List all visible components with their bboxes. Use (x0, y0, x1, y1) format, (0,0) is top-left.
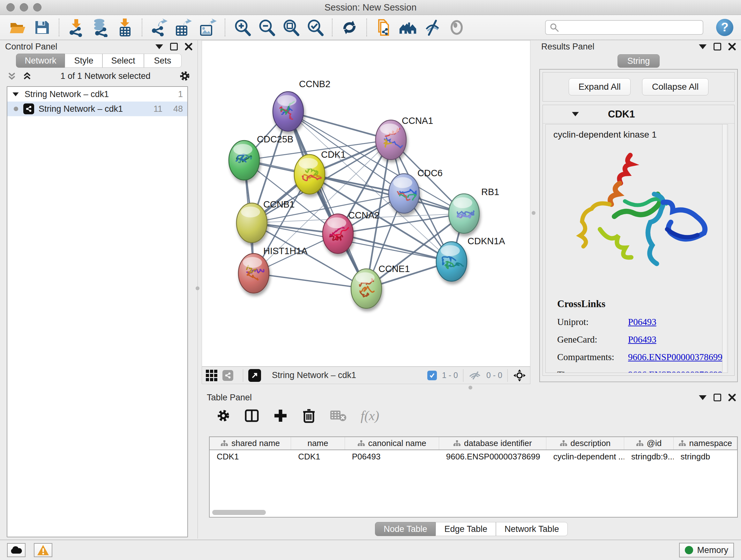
table-cell[interactable]: stringdb (674, 450, 737, 463)
network-node-CCNA2[interactable]: CCNA2 (323, 210, 380, 253)
import-network-database-button[interactable] (91, 17, 111, 37)
refresh-view-button[interactable] (340, 17, 359, 37)
collection-expander-icon[interactable] (12, 92, 18, 96)
network-node-RB1[interactable]: RB1 (449, 187, 499, 233)
table-horizontal-scrollbar[interactable] (212, 510, 266, 515)
network-edge-HIST1H1A-CCNE1[interactable] (254, 273, 366, 289)
tab-edge-table[interactable]: Edge Table (435, 522, 496, 536)
gear-icon[interactable] (179, 70, 191, 82)
network-node-CCNB1[interactable]: CCNB1 (237, 199, 294, 243)
table-cell[interactable]: 9606.ENSP00000378699 (439, 450, 546, 463)
selected-checkbox-icon[interactable] (427, 371, 437, 380)
crosslink-compartments[interactable]: 9606.ENSP00000378699 (628, 352, 723, 362)
results-scrollbar[interactable] (722, 125, 726, 373)
cloud-status-button[interactable] (7, 543, 25, 557)
zoom-in-button[interactable] (232, 17, 252, 37)
hidden-node-edge-count: 0 - 0 (486, 371, 502, 380)
column-header-namespace[interactable]: namespace (674, 437, 737, 449)
float-panel-icon[interactable] (714, 394, 721, 401)
close-panel-icon[interactable] (728, 394, 736, 401)
delete-column-trash-icon[interactable] (302, 408, 316, 423)
network-mapped-column-icon (357, 440, 365, 447)
search-input[interactable] (559, 22, 693, 32)
crosslink-tissues[interactable]: 9606.ENSP00000378699 (628, 369, 723, 373)
clone-network-button[interactable] (374, 17, 394, 37)
birdseye-view-icon[interactable] (513, 369, 526, 382)
export-table-button[interactable] (174, 17, 193, 37)
float-panel-icon[interactable] (714, 43, 721, 51)
import-network-file-button[interactable] (66, 17, 86, 37)
control-panel-tabs: Network Style Select Sets (0, 54, 198, 68)
column-header-name[interactable]: name (291, 437, 345, 449)
close-panel-icon[interactable] (728, 43, 736, 51)
home-button[interactable] (398, 17, 418, 37)
column-header-database-identifier[interactable]: database identifier (439, 437, 546, 449)
tab-style[interactable]: Style (65, 54, 103, 68)
grid-view-icon[interactable] (206, 370, 217, 381)
network-node-CDKN1A[interactable]: CDKN1A (436, 236, 505, 281)
collapse-all-icon[interactable] (7, 71, 17, 81)
tab-select[interactable]: Select (103, 54, 144, 68)
tab-sets[interactable]: Sets (144, 54, 182, 68)
table-row[interactable]: CDK1CDK1P064939606.ENSP00000378699cyclin… (210, 450, 737, 463)
float-panel-icon[interactable] (170, 43, 178, 51)
zoom-selected-icon (306, 18, 324, 37)
node-label-CCNA1: CCNA1 (402, 116, 433, 126)
network-canvas[interactable]: CCNB2CCNA1CDC25BCDK1CDC6RB1CCNB1CCNA2CDK… (202, 40, 530, 367)
panel-menu-icon[interactable] (699, 44, 706, 49)
view-network-name: String Network – cdk1 (272, 370, 356, 380)
column-header-shared-name[interactable]: shared name (210, 437, 291, 449)
table-cell[interactable]: CDK1 (291, 450, 345, 463)
panel-menu-icon[interactable] (699, 395, 706, 400)
title-bar: Session: New Session (0, 0, 741, 15)
network-collection-row[interactable]: String Network – cdk1 1 (7, 87, 187, 102)
left-splitter-handle[interactable] (196, 287, 199, 290)
show-all-button[interactable] (447, 17, 467, 37)
network-node-HIST1H1A[interactable]: HIST1H1A (239, 246, 308, 293)
warnings-button[interactable] (34, 543, 52, 557)
results-panel: Results Panel String Expand All Collapse… (536, 40, 741, 384)
tab-network[interactable]: Network (16, 54, 65, 68)
network-node-CCNE1[interactable]: CCNE1 (351, 264, 410, 308)
import-table-file-button[interactable] (115, 17, 135, 37)
hide-selected-button[interactable] (422, 17, 442, 37)
tab-string[interactable]: String (617, 54, 660, 68)
search-box[interactable] (545, 20, 703, 35)
panel-menu-icon[interactable] (155, 44, 163, 49)
crosslink-genecard[interactable]: P06493 (628, 334, 657, 345)
entry-expander-icon[interactable] (572, 112, 579, 117)
export-image-button[interactable] (198, 17, 218, 37)
table-cell[interactable]: cyclin-dependent ... (546, 450, 624, 463)
tab-network-table[interactable]: Network Table (496, 522, 568, 536)
detach-view-icon[interactable] (248, 369, 261, 382)
network-edge-CCNB2-CCNE1[interactable] (288, 111, 366, 289)
close-panel-icon[interactable] (185, 43, 192, 51)
table-cell[interactable]: P06493 (345, 450, 439, 463)
zoom-selected-button[interactable] (305, 17, 325, 37)
show-columns-icon[interactable] (245, 408, 259, 423)
zoom-fit-button[interactable] (281, 17, 300, 37)
add-column-plus-icon[interactable] (273, 408, 288, 423)
table-cell[interactable]: CDK1 (210, 450, 291, 463)
table-cell[interactable]: stringdb:9... (624, 450, 674, 463)
memory-button[interactable]: Memory (679, 543, 734, 557)
expand-all-icon[interactable] (22, 71, 32, 81)
help-button[interactable]: ? (716, 19, 733, 36)
zoom-out-button[interactable] (257, 17, 276, 37)
tab-node-table[interactable]: Node Table (375, 522, 435, 536)
right-splitter-handle[interactable] (532, 211, 536, 215)
save-session-button[interactable] (32, 17, 52, 37)
column-header--id[interactable]: @id (624, 437, 674, 449)
expand-all-button[interactable]: Expand All (569, 78, 630, 96)
table-settings-gear-icon[interactable] (216, 409, 230, 423)
crosslink-uniprot[interactable]: P06493 (628, 317, 657, 327)
network-row[interactable]: String Network – cdk1 11 48 (7, 102, 187, 116)
collapse-all-button[interactable]: Collapse All (642, 78, 709, 96)
network-view-icon[interactable] (222, 370, 233, 381)
open-session-button[interactable] (8, 17, 27, 37)
column-header-description[interactable]: description (546, 437, 624, 449)
zoom-out-icon (257, 18, 276, 37)
column-header-canonical-name[interactable]: canonical name (345, 437, 439, 449)
export-network-button[interactable] (149, 17, 169, 37)
horizontal-splitter-handle[interactable] (468, 386, 472, 389)
